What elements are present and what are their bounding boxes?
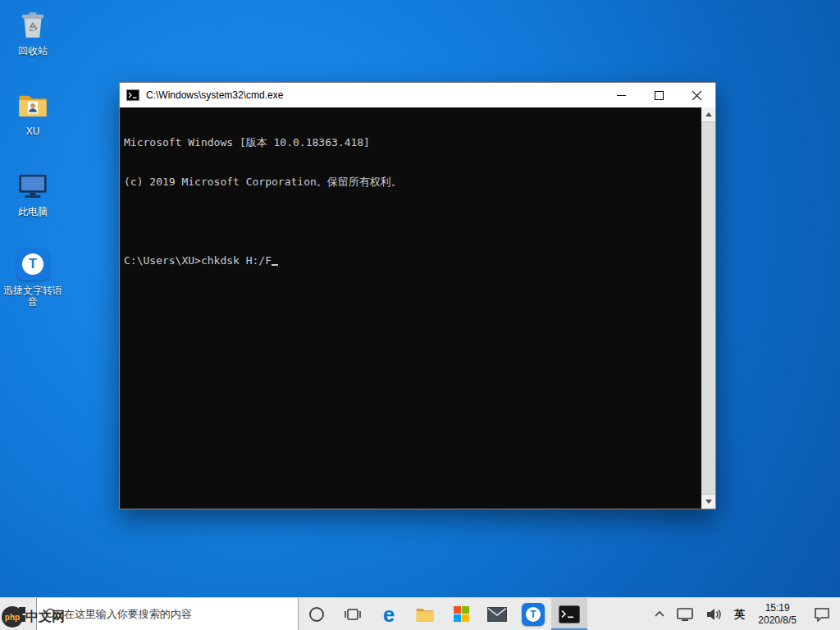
close-button[interactable] bbox=[678, 83, 715, 107]
desktop-icon-label: 迅捷文字转语音 bbox=[0, 285, 66, 308]
folder-icon bbox=[15, 87, 51, 123]
minimize-button[interactable] bbox=[602, 83, 640, 107]
search-icon bbox=[45, 608, 57, 621]
desktop-icon-label: 此电脑 bbox=[18, 206, 48, 217]
console-line: (c) 2019 Microsoft Corporation。保留所有权利。 bbox=[124, 176, 697, 189]
console-area[interactable]: Microsoft Windows [版本 10.0.18363.418] (c… bbox=[120, 107, 715, 509]
edge-button[interactable]: e bbox=[371, 598, 407, 630]
taskbar-spacer bbox=[587, 598, 648, 630]
console-line-blank bbox=[124, 215, 697, 228]
cmd-window: C:\Windows\system32\cmd.exe Microsoft Wi… bbox=[119, 82, 716, 509]
task-view-button[interactable] bbox=[335, 598, 371, 630]
window-title: C:\Windows\system32\cmd.exe bbox=[146, 89, 283, 101]
edge-icon: e bbox=[383, 604, 395, 625]
mail-icon bbox=[487, 607, 507, 622]
monitor-icon bbox=[15, 167, 51, 203]
task-view-icon bbox=[344, 607, 362, 622]
desktop-icon-recycle-bin[interactable]: 回收站 bbox=[0, 7, 66, 57]
console-cursor bbox=[272, 256, 278, 266]
tray-show-hidden-icons[interactable] bbox=[648, 598, 671, 630]
scroll-down-button[interactable] bbox=[701, 495, 715, 509]
taskbar-search[interactable] bbox=[36, 598, 299, 630]
tray-ime-button[interactable]: 英 bbox=[728, 598, 751, 630]
tray-network-button[interactable] bbox=[671, 598, 699, 630]
cmd-taskbar-button[interactable] bbox=[551, 598, 587, 630]
store-button[interactable] bbox=[443, 598, 479, 630]
cmd-icon bbox=[559, 605, 580, 623]
desktop-icon-this-pc[interactable]: 此电脑 bbox=[0, 167, 66, 217]
desktop-icon-user-folder[interactable]: XU bbox=[0, 87, 66, 137]
maximize-button[interactable] bbox=[640, 83, 678, 107]
desktop-icon-label: XU bbox=[26, 126, 40, 137]
search-input[interactable] bbox=[64, 608, 290, 620]
tts-app-taskbar-button[interactable]: T bbox=[515, 598, 551, 630]
scrollbar-thumb[interactable] bbox=[701, 121, 715, 495]
tts-app-icon: T bbox=[522, 603, 545, 626]
action-center-button[interactable] bbox=[804, 598, 840, 630]
cortana-icon bbox=[308, 606, 325, 623]
start-button[interactable] bbox=[0, 598, 36, 630]
file-explorer-button[interactable] bbox=[407, 598, 443, 630]
tray-volume-button[interactable] bbox=[699, 598, 728, 630]
console-scrollbar[interactable] bbox=[701, 107, 715, 509]
cortana-button[interactable] bbox=[299, 598, 335, 630]
clock-date: 2020/8/5 bbox=[758, 614, 797, 627]
file-explorer-icon bbox=[414, 604, 436, 625]
tts-app-icon: T bbox=[15, 246, 51, 282]
tray-clock[interactable]: 15:19 2020/8/5 bbox=[751, 598, 804, 630]
console-output: Microsoft Windows [版本 10.0.18363.418] (c… bbox=[124, 110, 697, 294]
mail-button[interactable] bbox=[479, 598, 515, 630]
speaker-icon bbox=[705, 607, 723, 622]
console-line: Microsoft Windows [版本 10.0.18363.418] bbox=[124, 136, 697, 149]
arrow-down-icon bbox=[705, 500, 712, 504]
network-icon bbox=[677, 607, 693, 622]
scroll-up-button[interactable] bbox=[701, 107, 715, 121]
cmd-titlebar[interactable]: C:\Windows\system32\cmd.exe bbox=[120, 83, 715, 107]
desktop-icon-tts-app[interactable]: T 迅捷文字转语音 bbox=[0, 246, 66, 308]
arrow-up-icon bbox=[705, 112, 712, 116]
windows-logo-icon bbox=[11, 607, 25, 622]
desktop[interactable]: 回收站 XU 此电脑 T 迅捷文字转语音 bbox=[0, 0, 840, 630]
notification-icon bbox=[814, 607, 830, 622]
ime-indicator: 英 bbox=[734, 607, 745, 622]
cmd-icon bbox=[126, 89, 139, 101]
chevron-up-icon bbox=[654, 610, 665, 619]
microsoft-store-icon bbox=[454, 606, 469, 622]
clock-time: 15:19 bbox=[765, 602, 790, 614]
console-prompt-line: C:\Users\XU>chkdsk H:/F bbox=[124, 254, 697, 267]
taskbar: e T bbox=[0, 597, 840, 630]
tts-app-badge: T bbox=[22, 253, 43, 275]
console-prompt-text: C:\Users\XU>chkdsk H:/F bbox=[124, 254, 272, 267]
recycle-bin-icon bbox=[15, 7, 51, 43]
desktop-icon-label: 回收站 bbox=[18, 45, 48, 57]
